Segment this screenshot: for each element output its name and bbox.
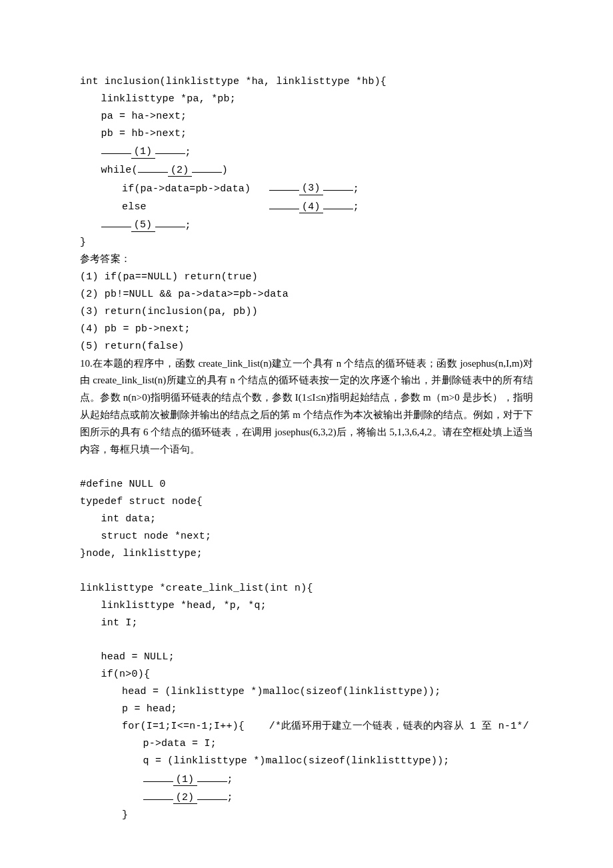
code-line: int data; xyxy=(80,511,533,528)
blank-line xyxy=(80,563,533,580)
answer-line: (2) pb!=NULL && pa->data>=pb->data xyxy=(80,286,533,303)
code-line: linklisttype *pa, *pb; xyxy=(80,91,533,108)
code-line-blank: (1); xyxy=(80,143,533,161)
code-line-blank: else (4); xyxy=(80,197,533,215)
code-text: ; xyxy=(353,183,359,194)
code-text: ; xyxy=(353,201,359,213)
code-text: while( xyxy=(101,165,138,176)
code-line-blank: while((2)) xyxy=(80,161,533,179)
blank-number: (1) xyxy=(176,775,195,786)
code-line: } xyxy=(80,234,533,251)
code-line-blank: (1); xyxy=(80,770,533,788)
code-line-blank: (2); xyxy=(80,788,533,806)
code-comment: /*此循环用于建立一个链表，链表的内容从 1 至 n-1*/ xyxy=(269,721,529,732)
code-text: else xyxy=(122,201,269,213)
code-line: linklisttype *create_link_list(int n){ xyxy=(80,580,533,597)
answer-line: (3) return(inclusion(pa, pb)) xyxy=(80,303,533,321)
code-line-blank: (5); xyxy=(80,216,533,234)
answers-title: 参考答案： xyxy=(80,251,533,269)
blank-number: (5) xyxy=(134,220,153,231)
code-line: linklisttype *head, *p, *q; xyxy=(80,597,533,615)
blank-number: (3) xyxy=(302,183,320,195)
code-line: } xyxy=(80,807,533,824)
blank-number: (2) xyxy=(176,793,195,804)
code-line: for(I=1;I<=n-1;I++){ /*此循环用于建立一个链表，链表的内容… xyxy=(80,718,533,735)
document-page: int inclusion(linklisttype *ha, linklist… xyxy=(0,0,613,868)
code-line: p->data = I; xyxy=(80,735,533,753)
blank-number: (2) xyxy=(171,165,189,177)
code-line: if(n>0){ xyxy=(80,666,533,683)
code-line: pa = ha->next; xyxy=(80,108,533,125)
code-line: typedef struct node{ xyxy=(80,493,533,511)
code-line: pb = hb->next; xyxy=(80,125,533,143)
code-line: struct node *next; xyxy=(80,528,533,545)
code-line-blank: if(pa->data=pb->data) (3); xyxy=(80,179,533,197)
code-text: for(I=1;I<=n-1;I++){ xyxy=(122,721,269,732)
code-text: ; xyxy=(227,792,233,803)
code-line: int inclusion(linklisttype *ha, linklist… xyxy=(80,73,533,91)
code-line: #define NULL 0 xyxy=(80,476,533,493)
blank-number: (4) xyxy=(302,202,320,213)
code-text: ) xyxy=(222,165,228,176)
code-text: ; xyxy=(185,219,191,231)
answer-line: (5) return(false) xyxy=(80,338,533,355)
question-text: 10.在本题的程序中，函数 create_link_list(n)建立一个具有 … xyxy=(80,355,533,459)
code-text: if(pa->data=pb->data) xyxy=(122,183,269,194)
code-line: q = (linklisttype *)malloc(sizeof(linkli… xyxy=(80,753,533,770)
answer-line: (4) pb = pb->next; xyxy=(80,321,533,338)
code-line: p = head; xyxy=(80,701,533,718)
blank-line xyxy=(80,632,533,649)
code-line: }node, linklisttype; xyxy=(80,545,533,563)
blank-line xyxy=(80,459,533,476)
answer-line: (1) if(pa==NULL) return(true) xyxy=(80,269,533,286)
blank-number: (1) xyxy=(134,147,153,158)
code-text: ; xyxy=(185,146,191,157)
code-line: head = (linklisttype *)malloc(sizeof(lin… xyxy=(80,683,533,701)
code-text: ; xyxy=(227,774,233,785)
code-line: head = NULL; xyxy=(80,649,533,666)
code-line: int I; xyxy=(80,615,533,632)
